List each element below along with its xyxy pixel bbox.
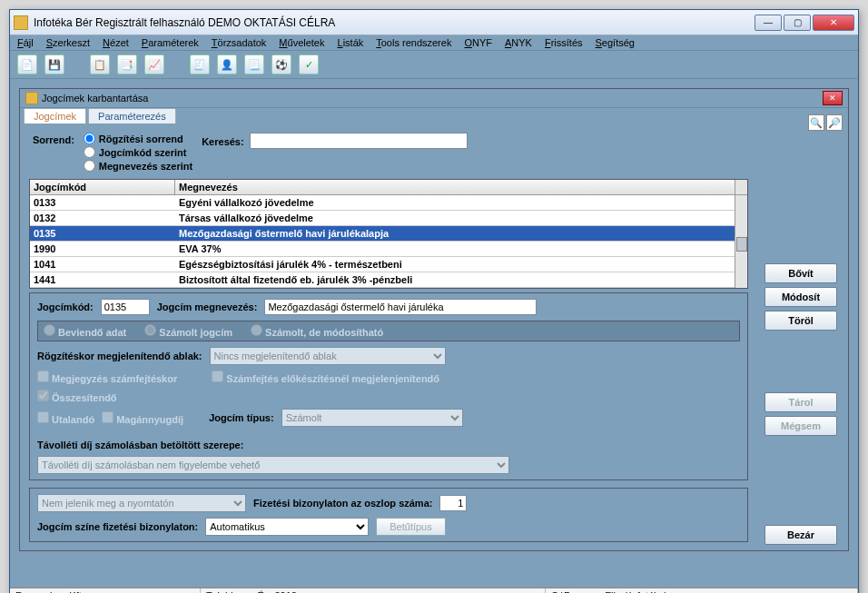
- menubar: Fájl Szerkeszt Nézet Paraméterek Törzsad…: [10, 35, 858, 50]
- new-icon[interactable]: 📄: [17, 54, 37, 74]
- search-input[interactable]: [250, 133, 468, 149]
- cb-trans[interactable]: Utalandó: [37, 411, 94, 425]
- bovit-button[interactable]: Bővít: [764, 263, 837, 283]
- sort-label: Sorrend:: [33, 134, 74, 145]
- menu-item[interactable]: Listák: [338, 37, 364, 48]
- child-window: Jogcímek karbantartása ✕ Jogcímek Paramé…: [19, 88, 849, 551]
- grid-header-code[interactable]: Jogcímkód: [30, 180, 175, 194]
- radio-beviendo[interactable]: Beviendő adat: [44, 324, 126, 338]
- color-label: Jogcím színe fizetési bizonylaton:: [37, 521, 198, 532]
- type-select[interactable]: Számolt: [281, 409, 463, 427]
- cb-priv[interactable]: Magánnyugdíj: [102, 411, 183, 425]
- menu-item[interactable]: Műveletek: [279, 37, 324, 48]
- torol-button[interactable]: Töröl: [764, 311, 837, 331]
- table-row[interactable]: 1441Biztosított által fizetendő eb. járu…: [30, 272, 747, 288]
- menu-item[interactable]: Fájl: [17, 37, 34, 48]
- cb-sum[interactable]: Összesítendő: [37, 390, 117, 403]
- user-icon[interactable]: 👤: [217, 54, 237, 74]
- name-input[interactable]: [264, 299, 537, 315]
- ball-icon[interactable]: ⚽: [271, 54, 291, 74]
- cb-prep[interactable]: Számfejtés előkészítésnél megjelenjeníte…: [212, 371, 439, 384]
- radio-szamolt-mod[interactable]: Számolt, de módosítható: [251, 324, 383, 338]
- grid-scrollbar[interactable]: [735, 195, 747, 288]
- menu-item[interactable]: Paraméterek: [142, 37, 199, 48]
- statusbar: Ferenc-bau Kft. Tulajdonos Év: 2013 C:\P…: [10, 588, 858, 593]
- menu-item[interactable]: Frissítés: [545, 37, 583, 48]
- name-label: Jogcím megnevezés:: [157, 301, 258, 312]
- sort-radio-1[interactable]: Jogcímkód szerint: [84, 146, 192, 158]
- menu-item[interactable]: Segítség: [596, 37, 635, 48]
- table-row[interactable]: 0135Mezőgazdasági őstermelő havi járulék…: [30, 226, 747, 242]
- minimize-button[interactable]: —: [755, 15, 782, 31]
- color-select[interactable]: Automatikus: [205, 518, 369, 536]
- titlebar: Infotéka Bér Regisztrált felhasználó DEM…: [10, 10, 858, 35]
- tool-icon[interactable]: 📑: [117, 54, 137, 74]
- font-button[interactable]: Betűtípus: [376, 518, 445, 536]
- zoom-out-icon[interactable]: 🔍: [808, 114, 824, 131]
- col-input[interactable]: [439, 495, 467, 511]
- status-left: Ferenc-bau Kft.: [10, 588, 201, 593]
- table-row[interactable]: 0132Társas vállalkozó jövedelme: [30, 211, 747, 226]
- modosit-button[interactable]: Módosít: [764, 287, 837, 307]
- child-close-button[interactable]: ✕: [823, 91, 843, 105]
- tool-icon[interactable]: 📈: [144, 54, 164, 74]
- cb-note[interactable]: Megjegyzés számfejtéskor: [37, 371, 177, 384]
- bezar-button[interactable]: Bezár: [764, 525, 837, 545]
- sort-radio-2[interactable]: Megnevezés szerint: [84, 160, 192, 172]
- menu-item[interactable]: ANYK: [505, 37, 532, 48]
- child-icon: [25, 92, 38, 104]
- code-label: Jogcímkód:: [37, 301, 94, 312]
- search-label: Keresés:: [202, 136, 243, 147]
- check-icon[interactable]: ✓: [299, 54, 319, 74]
- radio-szamolt[interactable]: Számolt jogcím: [144, 324, 232, 338]
- grid-scroll-head: [735, 180, 747, 194]
- type-label: Jogcím típus:: [209, 412, 274, 423]
- table-row[interactable]: 1990EVA 37%: [30, 242, 747, 257]
- menu-item[interactable]: Nézet: [103, 37, 129, 48]
- table-row[interactable]: 0133Egyéni vállalkozó jövedelme: [30, 195, 747, 211]
- grid: Jogcímkód Megnevezés 0133Egyéni vállalko…: [29, 179, 748, 289]
- close-button[interactable]: ✕: [813, 15, 854, 31]
- print-select[interactable]: Nem jelenik meg a nyomtatón: [37, 494, 246, 512]
- window-label: Rögzítéskor megjelenítendő ablak:: [37, 351, 202, 361]
- tab-jogcimek[interactable]: Jogcímek: [24, 108, 86, 124]
- tabs: Jogcímek Paraméterezés: [20, 108, 848, 124]
- toolbar: 📄 💾 📋 📑 📈 🧾 👤 📃 ⚽ ✓: [10, 50, 858, 79]
- save-icon[interactable]: 💾: [44, 54, 64, 74]
- status-right: C:\Program Files\Infotéka\program: [546, 588, 858, 593]
- app-title: Infotéka Bér Regisztrált felhasználó DEM…: [34, 16, 755, 29]
- zoom-in-icon[interactable]: 🔎: [826, 114, 843, 131]
- main-window: Infotéka Bér Regisztrált felhasználó DEM…: [9, 9, 859, 593]
- menu-item[interactable]: Tools rendszerek: [376, 37, 451, 48]
- menu-item[interactable]: Szerkeszt: [46, 37, 90, 48]
- workarea: Jogcímek karbantartása ✕ Jogcímek Paramé…: [10, 79, 858, 588]
- menu-item[interactable]: Törzsadatok: [212, 37, 267, 48]
- app-icon: [14, 15, 28, 30]
- away-select[interactable]: Távolléti díj számolásban nem figyelembe…: [37, 456, 509, 474]
- col-label: Fizetési bizonylaton az oszlop száma:: [253, 498, 432, 509]
- window-select[interactable]: Nincs megjelenítendő ablak: [210, 347, 446, 365]
- code-input[interactable]: [101, 299, 150, 315]
- table-row[interactable]: 1041Egészségbiztosítási járulék 4% - ter…: [30, 257, 747, 272]
- child-title: Jogcímek karbantartása: [42, 93, 823, 104]
- doc-icon[interactable]: 📃: [244, 54, 264, 74]
- tarol-button[interactable]: Tárol: [764, 392, 837, 412]
- sort-radio-0[interactable]: Rögzítési sorrend: [84, 133, 192, 144]
- list-icon[interactable]: 🧾: [190, 54, 210, 74]
- tool-icon[interactable]: 📋: [90, 54, 110, 74]
- tab-parameterezes[interactable]: Paraméterezés: [88, 108, 176, 124]
- menu-item[interactable]: ONYF: [464, 37, 492, 48]
- status-mid: Tulajdonos Év: 2013: [201, 588, 546, 593]
- megsem-button[interactable]: Mégsem: [764, 416, 837, 436]
- maximize-button[interactable]: ▢: [784, 15, 811, 31]
- grid-header-name[interactable]: Megnevezés: [175, 180, 735, 194]
- away-label: Távolléti díj számolásban betöltött szer…: [37, 440, 243, 450]
